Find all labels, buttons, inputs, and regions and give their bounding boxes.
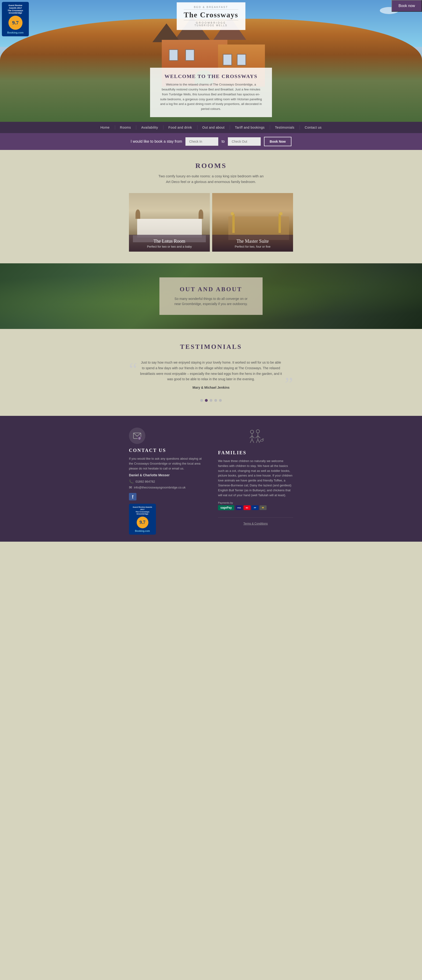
dot-3[interactable] (209, 399, 213, 402)
nav-food-drink[interactable]: Food and drink (163, 122, 197, 133)
paypal-icon: PP (251, 505, 259, 510)
booking-bar-label: I would like to book a stay from (131, 139, 182, 144)
families-col: FAMILIES We have three children so natur… (218, 428, 293, 535)
svg-point-9 (256, 430, 259, 433)
svg-line-8 (252, 439, 254, 443)
out-about-text: So many wonderful things to do all conve… (174, 296, 248, 307)
families-text: We have three children so naturally we w… (218, 459, 293, 498)
sage-pay-logo: sagePay (218, 505, 234, 510)
nav-contact[interactable]: Contact us (300, 122, 327, 133)
payment-by-text: Payments by (218, 501, 233, 504)
check-out-input[interactable] (228, 137, 261, 146)
check-in-input[interactable] (185, 137, 218, 146)
booking-badge-footer: Guest Review Awards 2017 The Crossways G… (129, 504, 156, 535)
rooms-grid: The Lotus Room Perfect for two or two an… (129, 193, 293, 251)
contact-phone: 📞 01892 864782 (129, 479, 204, 484)
card-icons: VISA MC PP 💳 (236, 505, 267, 510)
main-nav: Home Rooms Availability Food and drink O… (0, 122, 422, 133)
nav-out-about[interactable]: Out and about (197, 122, 230, 133)
owner-name: Daniel & Charlotte Messer (129, 473, 204, 477)
dot-1[interactable] (200, 399, 203, 402)
testimonial-dots (10, 399, 412, 402)
to-label: to (222, 139, 225, 144)
welcome-heading: WELCOME TO THE CROSSWAYS (160, 73, 262, 80)
phone-number: 01892 864782 (136, 480, 155, 483)
booking-com-sm: Booking.com (132, 530, 153, 532)
lotus-room-card[interactable]: The Lotus Room Perfect for two or two an… (129, 193, 210, 251)
welcome-text: Welcome to the relaxed charms of The Cro… (160, 82, 262, 111)
award-title-sm: Guest Review Awards 2017 The Crossways G… (132, 506, 153, 515)
master-suite-name: The Master Suite (216, 239, 290, 244)
footer: @ CONTACT US If you would like to ask an… (0, 416, 422, 542)
score-circle-sm: 9.7 (137, 517, 149, 528)
contact-icon-area: @ (129, 428, 204, 444)
other-card-icon: 💳 (259, 505, 267, 510)
master-suite-overlay: The Master Suite Perfect for two, four o… (212, 235, 293, 251)
master-suite-desc: Perfect for two, four or five (216, 245, 290, 248)
award-title: Guest Review Awards 2017 The Crossways G… (5, 4, 26, 14)
family-icon (218, 428, 293, 447)
hero-section: Guest Review Awards 2017 The Crossways G… (0, 0, 422, 122)
footer-bottom: Terms & Conditions (218, 517, 293, 525)
testimonial-content: “ Just to say how much we enjoyed stayin… (129, 360, 293, 393)
master-suite-card[interactable]: The Master Suite Perfect for two, four o… (212, 193, 293, 251)
booking-badge: Guest Review Awards 2017 The Crossways G… (2, 2, 29, 36)
svg-line-11 (256, 436, 258, 438)
quote-close-icon: ” (285, 375, 293, 393)
nav-testimonials[interactable]: Testimonials (270, 122, 300, 133)
rooms-section: ROOMS Two comfy luxury en-suite rooms: a… (0, 150, 422, 263)
svg-line-13 (256, 439, 258, 443)
nav-tariff[interactable]: Tariff and bookings (230, 122, 270, 133)
contact-email: ✉ info@thecrosswaysgroombridge.co.uk (129, 485, 204, 490)
dot-5[interactable] (219, 399, 222, 402)
svg-line-14 (258, 439, 259, 443)
lotus-room-desc: Perfect for two or two and a baby (132, 245, 206, 248)
contact-envelope-icon: @ (129, 428, 145, 444)
score-value: 9.7 (12, 20, 19, 26)
score-sm: 9.7 (139, 520, 145, 525)
nav-rooms[interactable]: Rooms (115, 122, 136, 133)
nav-home[interactable]: Home (95, 122, 115, 133)
testimonial-text: Just to say how much we enjoyed staying … (140, 360, 283, 393)
payment-section: Payments by sagePay VISA MC PP 💳 (218, 501, 293, 510)
testimonial-author: Mary & Michael Jenkins (140, 385, 283, 391)
location2: TUNBRIDGE WELLS (184, 24, 238, 27)
contact-heading: CONTACT US (129, 448, 204, 453)
out-about-box: OUT AND ABOUT So many wonderful things t… (160, 277, 262, 315)
svg-point-3 (250, 430, 254, 433)
svg-line-5 (250, 436, 252, 438)
book-now-header-button[interactable]: Book now (392, 0, 422, 12)
out-about-heading: OUT AND ABOUT (174, 286, 248, 293)
contact-col: @ CONTACT US If you would like to ask an… (129, 428, 204, 535)
phone-icon: 📞 (129, 479, 134, 484)
terms-link[interactable]: Terms & Conditions (243, 522, 268, 525)
testimonials-section: TESTIMONIALS “ Just to say how much we e… (0, 329, 422, 416)
quote-open-icon: “ (129, 360, 137, 379)
visa-icon: VISA (236, 505, 243, 510)
rooms-subtitle: Two comfy luxury en-suite rooms: a cosy … (5, 173, 417, 185)
svg-line-7 (250, 439, 252, 443)
sage-pay-text: sagePay (221, 506, 232, 509)
lotus-room-name: The Lotus Room (132, 239, 206, 244)
welcome-overlay: WELCOME TO THE CROSSWAYS Welcome to the … (150, 68, 272, 117)
lotus-room-overlay: The Lotus Room Perfect for two or two an… (129, 235, 210, 251)
facebook-link[interactable]: f (129, 493, 136, 500)
testimonial-quote: Just to say how much we enjoyed staying … (140, 360, 283, 382)
email-icon: ✉ (129, 485, 132, 490)
booking-bar: I would like to book a stay from to Book… (0, 133, 422, 150)
dot-2[interactable] (205, 399, 208, 402)
contact-text: If you would like to ask any questions a… (129, 457, 204, 471)
svg-text:@: @ (138, 437, 141, 439)
book-now-bar-button[interactable]: Book Now (264, 137, 291, 146)
booking-com-label: Booking.com (5, 31, 26, 34)
bed-breakfast-label: BED & BREAKFAST (184, 6, 238, 8)
rooms-heading: ROOMS (5, 162, 417, 170)
testimonials-heading: TESTIMONIALS (10, 343, 412, 350)
mastercard-icon: MC (244, 505, 251, 510)
logo-box: BED & BREAKFAST The Crossways GROOMBRIDG… (177, 2, 245, 30)
email-address: info@thecrosswaysgroombridge.co.uk (134, 486, 186, 489)
nav-availability[interactable]: Availability (136, 122, 163, 133)
site-title: The Crossways (184, 11, 238, 19)
dot-4[interactable] (214, 399, 217, 402)
location1: GROOMBRIDGE (184, 21, 238, 24)
